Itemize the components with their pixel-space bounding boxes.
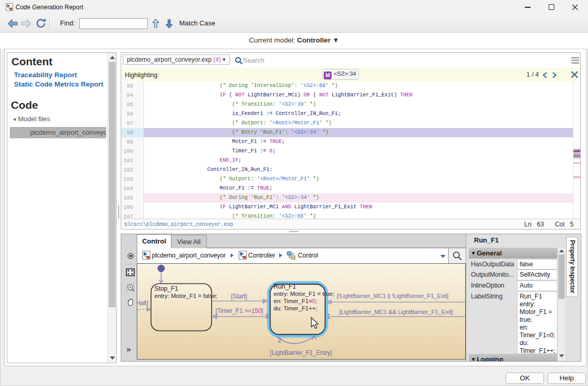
- svg-text:3: 3: [265, 313, 269, 320]
- svg-text:Run_F1: Run_F1: [274, 283, 296, 290]
- svg-text:[Start]: [Start]: [231, 293, 247, 300]
- svg-text:entry: Motor_F1 = false;: entry: Motor_F1 = false;: [154, 293, 218, 299]
- svg-text:1: 1: [327, 313, 331, 320]
- svg-text:du: Timer_F1++;: du: Timer_F1++;: [274, 305, 317, 311]
- svg-text:[LightBarrier_MC1 && LightBarr: [LightBarrier_MC1 && LightBarrier_F1_Exi…: [339, 309, 453, 315]
- svg-text:[Timer_F1 >=150]: [Timer_F1 >=150]: [216, 307, 263, 314]
- svg-text:[LightBarrier_F1_Entry]: [LightBarrier_F1_Entry]: [270, 349, 332, 356]
- svg-text:[Halt]: [Halt]: [137, 299, 148, 307]
- svg-text:en: Timer_F1=0;: en: Timer_F1=0;: [274, 298, 317, 304]
- svg-text:[!LightBarrier_MC1 || !LightBa: [!LightBarrier_MC1 || !LightBarrier_F1_E…: [337, 293, 449, 299]
- svg-text:2: 2: [278, 337, 281, 344]
- svg-text:entry: Motor_F1 = true;: entry: Motor_F1 = true;: [274, 291, 334, 297]
- svg-text:Stop_F1: Stop_F1: [154, 285, 178, 292]
